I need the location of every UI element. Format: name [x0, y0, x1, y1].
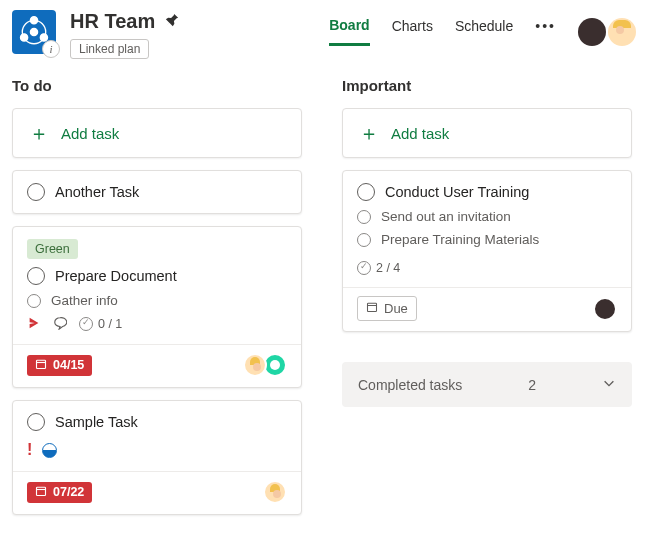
due-date: 07/22: [53, 485, 84, 499]
svg-point-4: [30, 28, 37, 35]
plus-icon: ＋: [359, 123, 379, 143]
member-avatar[interactable]: [608, 18, 636, 46]
plan-title: HR Team: [70, 10, 155, 33]
more-menu-icon[interactable]: •••: [535, 18, 556, 44]
completed-count: 2: [528, 377, 536, 393]
checklist-count: 2 / 4: [376, 261, 400, 275]
subtask-title: Send out an invitation: [381, 209, 511, 224]
due-badge[interactable]: 07/22: [27, 482, 92, 503]
label-chip[interactable]: Green: [27, 239, 78, 259]
due-label: Due: [384, 301, 408, 316]
svg-rect-5: [37, 360, 46, 368]
progress-icon: [42, 443, 57, 458]
subtask-toggle[interactable]: [27, 294, 41, 308]
completed-label: Completed tasks: [358, 377, 462, 393]
completed-tasks-toggle[interactable]: Completed tasks 2: [342, 362, 632, 407]
svg-rect-7: [37, 487, 46, 495]
checklist-count: 0 / 1: [98, 317, 122, 331]
tab-charts[interactable]: Charts: [392, 18, 433, 44]
priority-urgent-icon: !: [27, 441, 32, 459]
complete-toggle[interactable]: [357, 183, 375, 201]
due-badge[interactable]: Due: [357, 296, 417, 321]
checklist-icon: [357, 261, 371, 275]
checklist-icon: [79, 317, 93, 331]
notification-icon: [27, 316, 41, 332]
column-important: Important ＋ Add task Conduct User Traini…: [342, 77, 632, 515]
info-icon[interactable]: i: [42, 40, 60, 58]
plus-icon: ＋: [29, 123, 49, 143]
board: To do ＋ Add task Another Task Green Prep…: [0, 63, 652, 515]
assignee-avatar[interactable]: [263, 480, 287, 504]
task-title: Sample Task: [55, 414, 138, 430]
plan-icon[interactable]: i: [12, 10, 56, 54]
complete-toggle[interactable]: [27, 413, 45, 431]
tab-schedule[interactable]: Schedule: [455, 18, 513, 44]
calendar-icon: [35, 358, 47, 373]
add-task-label: Add task: [391, 125, 449, 142]
linked-plan-chip[interactable]: Linked plan: [70, 39, 149, 59]
task-title: Another Task: [55, 184, 139, 200]
calendar-icon: [35, 485, 47, 500]
complete-toggle[interactable]: [27, 183, 45, 201]
due-badge[interactable]: 04/15: [27, 355, 92, 376]
assignee-avatar[interactable]: [243, 353, 267, 377]
subtask-title: Prepare Training Materials: [381, 232, 539, 247]
pin-icon[interactable]: [165, 13, 179, 30]
task-card[interactable]: Conduct User Training Send out an invita…: [342, 170, 632, 332]
svg-point-1: [30, 17, 37, 24]
add-task-button[interactable]: ＋ Add task: [12, 108, 302, 158]
task-card[interactable]: Another Task: [12, 170, 302, 214]
add-task-label: Add task: [61, 125, 119, 142]
subtask-toggle[interactable]: [357, 233, 371, 247]
subtask-title: Gather info: [51, 293, 118, 308]
svg-point-2: [21, 34, 28, 41]
chevron-down-icon: [602, 376, 616, 393]
tab-board[interactable]: Board: [329, 17, 369, 46]
due-date: 04/15: [53, 358, 84, 372]
assignee-avatar[interactable]: [593, 297, 617, 321]
column-header[interactable]: Important: [342, 77, 632, 94]
task-card[interactable]: Green Prepare Document Gather info 0 / 1: [12, 226, 302, 388]
complete-toggle[interactable]: [27, 267, 45, 285]
add-task-button[interactable]: ＋ Add task: [342, 108, 632, 158]
column-todo: To do ＋ Add task Another Task Green Prep…: [12, 77, 302, 515]
member-avatar[interactable]: [578, 18, 606, 46]
subtask-toggle[interactable]: [357, 210, 371, 224]
task-card[interactable]: Sample Task ! 07/22: [12, 400, 302, 515]
task-title: Prepare Document: [55, 268, 177, 284]
calendar-icon: [366, 301, 378, 316]
comment-icon: [53, 316, 67, 332]
task-title: Conduct User Training: [385, 184, 529, 200]
column-header[interactable]: To do: [12, 77, 302, 94]
svg-rect-9: [368, 303, 377, 311]
